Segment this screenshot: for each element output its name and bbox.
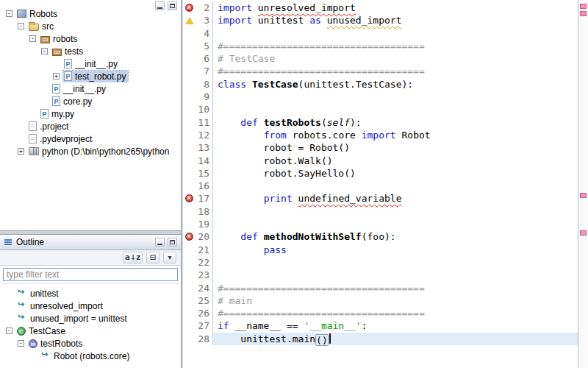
warning-marker-icon[interactable] (185, 17, 194, 24)
code-line-14[interactable]: 14 robot.Walk() (184, 155, 578, 167)
ruler-marker[interactable] (580, 230, 587, 236)
collapse-toggle-icon[interactable]: - (6, 328, 12, 334)
file-icon (29, 121, 37, 131)
ruler-marker[interactable] (580, 11, 587, 16)
gutter (184, 307, 196, 319)
minimize-button[interactable] (155, 238, 165, 247)
code-line-22[interactable]: 22 (184, 256, 578, 269)
code-line-27[interactable]: 27if __name__ == '__main__': (184, 319, 578, 332)
ruler-marker[interactable] (580, 193, 587, 198)
srcfolder-icon (29, 24, 39, 31)
error-marker-icon[interactable] (185, 194, 193, 202)
code-line-12[interactable]: 12 from robots.core import Robot (184, 129, 578, 141)
outline-item-testrobots[interactable]: -testRobots (0, 337, 181, 350)
collapse-toggle-icon[interactable]: - (18, 340, 24, 347)
bracket-link-box: () (315, 334, 329, 346)
code-line-25[interactable]: 25# main (184, 294, 578, 307)
code-text: pass (213, 244, 578, 256)
explorer-item-src[interactable]: -src (0, 20, 181, 32)
collapse-all-button[interactable]: ⊟ (146, 252, 159, 263)
ruler-marker[interactable] (580, 4, 587, 9)
explorer-item-pydevproject[interactable]: .pydevproject (0, 132, 181, 145)
code-line-26[interactable]: 26#=================================== (184, 307, 578, 319)
line-number: 12 (196, 129, 213, 141)
expand-toggle-icon[interactable]: + (53, 73, 60, 79)
package-explorer-tree: -Robots-src-robots-tests__init__.py+test… (0, 7, 181, 230)
code-editor[interactable]: 2import unresolved_import3import unittes… (184, 0, 578, 368)
collapse-toggle-icon[interactable]: - (29, 35, 36, 42)
collapse-toggle-icon[interactable]: - (6, 10, 12, 17)
expand-toggle-icon[interactable]: + (18, 148, 24, 155)
import-icon (40, 351, 51, 361)
collapse-toggle-icon[interactable]: - (18, 23, 24, 29)
code-line-24[interactable]: 24#=================================== (184, 282, 578, 294)
outline-item-robot-robots-core[interactable]: Robot (robots.core) (0, 350, 181, 362)
gutter (184, 230, 196, 243)
outline-item-testcase[interactable]: -TestCase (0, 325, 181, 337)
explorer-item-init-py[interactable]: __init__.py (0, 82, 181, 95)
outline-item-unresolved-import[interactable]: unresolved_import (0, 300, 181, 312)
line-number: 26 (196, 307, 213, 319)
code-line-15[interactable]: 15 robot.SayHello() (184, 167, 578, 180)
line-number: 24 (196, 282, 213, 294)
explorer-item-project[interactable]: .project (0, 120, 181, 132)
tree-item-label: Robots (29, 9, 57, 19)
line-number: 17 (196, 192, 213, 205)
text-caret (329, 333, 331, 344)
line-number: 20 (196, 230, 213, 243)
package-explorer-panel: -Robots-src-robots-tests__init__.py+test… (0, 0, 181, 230)
pylib-icon (29, 147, 39, 155)
explorer-item-core-py[interactable]: core.py (0, 95, 181, 107)
code-line-8[interactable]: 8class TestCase(unittest.TestCase): (184, 78, 578, 91)
outline-filter-row (0, 266, 181, 284)
outline-item-unittest[interactable]: unittest (0, 287, 181, 300)
code-line-6[interactable]: 6# TestCase (184, 52, 578, 65)
code-line-13[interactable]: 13 robot = Robot() (184, 141, 578, 154)
explorer-item-init-py[interactable]: __init__.py (0, 57, 181, 70)
maximize-button[interactable] (168, 238, 177, 247)
code-line-7[interactable]: 7#=================================== (184, 65, 578, 77)
code-line-9[interactable]: 9 (184, 91, 578, 103)
gutter (184, 78, 196, 91)
minimize-icon (157, 244, 162, 245)
explorer-item-python-d-bin-python265-python[interactable]: +python (D:\bin\python265\python (0, 145, 181, 158)
tree-item-label: src (42, 21, 54, 32)
vertical-sash[interactable] (182, 0, 183, 368)
collapse-toggle-icon[interactable]: - (41, 48, 48, 54)
explorer-item-robots[interactable]: -Robots (0, 7, 181, 20)
maximize-icon (170, 240, 175, 244)
error-marker-icon[interactable] (185, 233, 193, 241)
code-text (213, 218, 578, 230)
code-text (213, 180, 578, 192)
sort-alphabetical-button[interactable]: a↓z (123, 252, 143, 263)
code-line-20[interactable]: 20 def methodNotWithSelf(foo): (184, 230, 578, 243)
outline-item-unused-import-unittest[interactable]: unused_import = unittest (0, 312, 181, 325)
line-number: 8 (196, 78, 213, 91)
code-line-2[interactable]: 2import unresolved_import (184, 1, 578, 14)
code-line-18[interactable]: 18 (184, 205, 578, 218)
error-marker-icon[interactable] (185, 4, 193, 12)
view-menu-button[interactable]: ▾ (163, 252, 176, 263)
code-line-17[interactable]: 17 print undefined_variable (184, 192, 578, 205)
explorer-item-test-robot-py[interactable]: +test_robot.py (0, 70, 181, 82)
code-line-23[interactable]: 23 (184, 269, 578, 281)
explorer-item-my-py[interactable]: my.py (0, 107, 181, 120)
code-line-28[interactable]: 28 unittest.main() (184, 333, 578, 345)
outline-window-buttons (155, 238, 177, 247)
filter-text-input[interactable] (3, 268, 178, 281)
code-line-10[interactable]: 10 (184, 103, 578, 116)
explorer-item-robots[interactable]: -robots (0, 32, 181, 45)
code-line-3[interactable]: 3import unittest as unused_import (184, 14, 578, 26)
project-icon (17, 10, 26, 18)
gutter (184, 282, 196, 294)
code-line-11[interactable]: 11 def testRobots(self): (184, 116, 578, 129)
code-line-16[interactable]: 16 (184, 180, 578, 192)
code-line-5[interactable]: 5#=================================== (184, 40, 578, 52)
code-line-4[interactable]: 4 (184, 27, 578, 40)
code-line-21[interactable]: 21 pass (184, 244, 578, 256)
method-icon (29, 339, 37, 348)
code-line-19[interactable]: 19 (184, 218, 578, 230)
gutter (184, 192, 196, 205)
line-number: 27 (196, 319, 213, 332)
explorer-item-tests[interactable]: -tests (0, 45, 181, 57)
